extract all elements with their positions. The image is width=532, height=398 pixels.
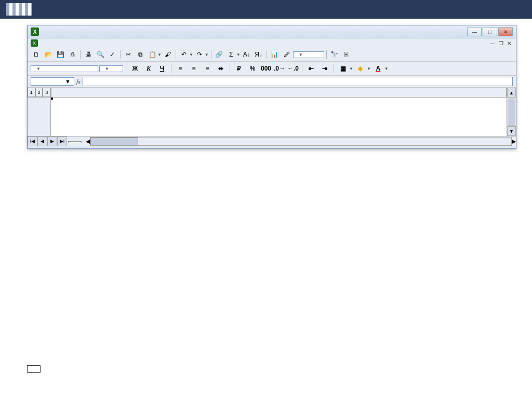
sort-asc-icon[interactable]: A↓: [241, 49, 252, 60]
italic-button[interactable]: К: [142, 63, 155, 74]
status-bar: [28, 146, 516, 148]
title-bar[interactable]: X — □ ✕: [28, 25, 516, 38]
vertical-scrollbar[interactable]: ▲ ▼: [507, 88, 516, 136]
minimize-button[interactable]: —: [467, 27, 482, 36]
saveas-icon[interactable]: ⎙: [66, 49, 78, 60]
size-select[interactable]: ▼: [99, 65, 123, 72]
menu-edit[interactable]: [50, 42, 58, 44]
fill-icon[interactable]: ◆: [354, 63, 367, 74]
preview-icon[interactable]: 🔍: [95, 49, 106, 60]
menu-tools[interactable]: [84, 42, 91, 44]
doc-close[interactable]: ✕: [506, 39, 513, 47]
menu-window[interactable]: [100, 42, 108, 44]
scroll-up-icon[interactable]: ▲: [507, 88, 516, 98]
inc-dec-icon[interactable]: .0→: [273, 63, 286, 74]
chart-icon[interactable]: 📊: [269, 49, 281, 60]
percent-icon[interactable]: %: [246, 63, 259, 74]
doc-minimize[interactable]: —: [489, 39, 496, 47]
menu-bar: X — ❐ ✕: [28, 38, 516, 48]
border-icon[interactable]: ▦: [337, 63, 349, 74]
autosum-icon[interactable]: Σ: [225, 49, 237, 60]
merge-icon[interactable]: ⬌: [215, 63, 227, 74]
excel-window: X — □ ✕ X — ❐ ✕ 🗋 📂 💾 ⎙ 🖶 🔍 ✓: [27, 25, 516, 149]
cut-icon[interactable]: ✂: [123, 49, 134, 60]
slide-title-bar: [0, 0, 532, 19]
menu-file[interactable]: [42, 42, 49, 44]
scroll-left-icon[interactable]: ◀: [86, 138, 90, 145]
find-icon[interactable]: 🔭: [329, 49, 340, 60]
scroll-down-icon[interactable]: ▼: [507, 126, 516, 136]
doc-restore[interactable]: ❐: [497, 39, 504, 47]
align-left-icon[interactable]: ≡: [174, 63, 187, 74]
underline-button[interactable]: Ч: [156, 63, 168, 74]
format-toolbar: ▼ ▼ Ж К Ч ≡ ≡ ≡ ⬌ ₽ % 000 .0→ ←.0 ⇤ ⇥ ▦▼…: [28, 62, 516, 76]
font-select[interactable]: ▼: [31, 65, 98, 72]
print-icon[interactable]: 🖶: [83, 49, 94, 60]
excel-icon: X: [31, 28, 39, 36]
bold-button[interactable]: Ж: [129, 63, 141, 74]
zoom-select[interactable]: ▼: [293, 51, 324, 58]
currency-icon[interactable]: ₽: [233, 63, 245, 74]
undo-icon[interactable]: ↶: [178, 49, 190, 60]
dec-dec-icon[interactable]: ←.0: [287, 63, 299, 74]
selection-border: [51, 98, 53, 100]
app-icon[interactable]: X: [31, 39, 38, 47]
maximize-button[interactable]: □: [483, 27, 497, 36]
formula-bar: ▼ fx: [28, 76, 516, 88]
paste-icon[interactable]: 📋: [147, 49, 158, 60]
spell-icon[interactable]: ✓: [107, 49, 118, 60]
next-tab-icon[interactable]: ▶: [47, 136, 57, 146]
outline-bar[interactable]: 123: [28, 88, 51, 136]
spreadsheet-grid[interactable]: [51, 88, 507, 98]
sheet-area: 123 ▲ ▼: [28, 88, 516, 136]
last-tab-icon[interactable]: ▶I: [57, 136, 67, 146]
align-right-icon[interactable]: ≡: [201, 63, 214, 74]
menu-insert[interactable]: [67, 42, 74, 44]
menu-data[interactable]: [92, 42, 99, 44]
align-center-icon[interactable]: ≡: [188, 63, 200, 74]
format-painter-icon[interactable]: 🖌: [162, 49, 174, 60]
options-icon[interactable]: ⎘: [341, 49, 352, 60]
prev-tab-icon[interactable]: ◀: [37, 136, 47, 146]
horizontal-scrollbar[interactable]: ◀ ▶: [86, 137, 516, 146]
first-tab-icon[interactable]: I◀: [28, 136, 37, 146]
name-box[interactable]: ▼: [31, 77, 74, 86]
sheet-tab[interactable]: [68, 141, 82, 143]
callout-label: [27, 365, 41, 373]
fx-icon[interactable]: fx: [76, 78, 81, 85]
redo-icon[interactable]: ↷: [194, 49, 205, 60]
close-button[interactable]: ✕: [498, 27, 513, 36]
copy-icon[interactable]: ⧉: [135, 49, 146, 60]
open-icon[interactable]: 📂: [43, 49, 54, 60]
outline-levels[interactable]: 123: [28, 88, 50, 98]
menu-format[interactable]: [75, 42, 83, 44]
standard-toolbar: 🗋 📂 💾 ⎙ 🖶 🔍 ✓ ✂ ⧉ 📋▼ 🖌 ↶▼ ↷▼ 🔗 Σ▼ A↓ Я↓ …: [28, 48, 516, 62]
menu-view[interactable]: [59, 42, 66, 44]
scroll-right-icon[interactable]: ▶: [512, 138, 516, 145]
save-icon[interactable]: 💾: [55, 49, 66, 60]
indent-dec-icon[interactable]: ⇤: [305, 63, 317, 74]
indent-inc-icon[interactable]: ⇥: [318, 63, 331, 74]
new-icon[interactable]: 🗋: [31, 49, 42, 60]
menu-help[interactable]: [109, 42, 116, 44]
sort-desc-icon[interactable]: Я↓: [253, 49, 264, 60]
sheet-tab-bar: I◀ ◀ ▶ ▶I ◀ ▶: [28, 136, 516, 146]
decoration: [6, 3, 32, 16]
formula-input[interactable]: [83, 77, 513, 86]
comma-icon[interactable]: 000: [260, 63, 272, 74]
fontcolor-icon[interactable]: А: [372, 63, 384, 74]
link-icon[interactable]: 🔗: [214, 49, 225, 60]
draw-icon[interactable]: 🖉: [281, 49, 292, 60]
